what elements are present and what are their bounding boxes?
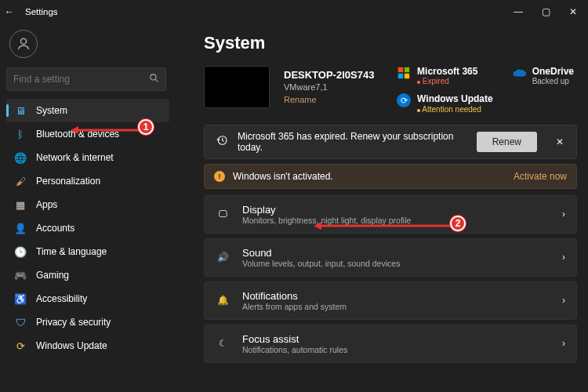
svg-line-2 xyxy=(155,79,158,82)
sidebar-item-personalization[interactable]: 🖌Personalization xyxy=(6,169,169,193)
sidebar-item-system[interactable]: 🖥System xyxy=(6,99,169,122)
rename-link[interactable]: Rename xyxy=(284,95,374,104)
banner-close-icon[interactable]: ✕ xyxy=(551,133,568,151)
nav-icon: ♿ xyxy=(14,293,27,305)
activation-banner: ! Windows isn't activated. Activate now xyxy=(204,164,577,189)
chevron-right-icon: › xyxy=(562,338,565,349)
sidebar-item-label: Time & language xyxy=(36,246,107,257)
sidebar-item-accessibility[interactable]: ♿Accessibility xyxy=(6,287,169,310)
sidebar-item-label: Bluetooth & devices xyxy=(36,129,119,140)
card-title: Focus assist xyxy=(242,333,347,345)
status-onedrive[interactable]: OneDrive Backed up xyxy=(512,66,574,85)
card-title: Sound xyxy=(242,247,400,259)
window-controls: — ▢ ✕ xyxy=(507,6,583,17)
nav-icon: 🖥 xyxy=(14,105,27,117)
sidebar-item-label: Privacy & security xyxy=(36,317,111,328)
status-sub: Attention needed xyxy=(417,105,493,114)
card-title: Notifications xyxy=(242,290,347,302)
status-grid: Microsoft 365 Expired OneDrive Backed up… xyxy=(397,66,577,114)
sidebar-item-time-language[interactable]: 🕒Time & language xyxy=(6,240,169,263)
sidebar-item-apps[interactable]: ▦Apps xyxy=(6,193,169,216)
back-icon[interactable]: ← xyxy=(5,6,14,17)
card-title: Display xyxy=(242,204,411,216)
nav-icon: 👤 xyxy=(14,223,27,234)
titlebar: ← Settings — ▢ ✕ xyxy=(0,0,588,24)
svg-rect-6 xyxy=(405,74,409,78)
nav-icon: 🛡 xyxy=(14,317,27,328)
chevron-right-icon: › xyxy=(562,252,565,263)
main-content: System DESKTOP-2I0S743 VMware7,1 Rename … xyxy=(174,24,588,392)
person-icon xyxy=(16,36,31,52)
nav-icon: 🕒 xyxy=(14,246,27,258)
card-icon: 🖵 xyxy=(216,209,230,220)
svg-rect-4 xyxy=(405,67,409,72)
m365-icon xyxy=(397,66,411,80)
search-input[interactable] xyxy=(6,67,166,91)
status-title: Microsoft 365 xyxy=(417,66,477,77)
sidebar-item-label: Network & internet xyxy=(36,152,114,163)
card-notifications[interactable]: 🔔NotificationsAlerts from apps and syste… xyxy=(204,281,577,320)
card-subtitle: Notifications, automatic rules xyxy=(242,345,347,354)
sidebar-item-label: Gaming xyxy=(36,270,69,281)
activate-now-link[interactable]: Activate now xyxy=(514,171,567,182)
card-subtitle: Monitors, brightness, night light, displ… xyxy=(242,216,411,225)
status-sub: Expired xyxy=(417,77,477,85)
svg-rect-5 xyxy=(398,74,403,78)
sidebar-item-privacy-security[interactable]: 🛡Privacy & security xyxy=(6,310,169,334)
nav-icon: 🎮 xyxy=(14,270,27,281)
status-m365[interactable]: Microsoft 365 Expired xyxy=(397,66,493,85)
sidebar-item-label: Windows Update xyxy=(36,340,107,351)
sidebar-item-gaming[interactable]: 🎮Gaming xyxy=(6,263,169,287)
card-icon: ☾ xyxy=(216,338,230,349)
nav-icon: 🌐 xyxy=(14,152,27,164)
avatar[interactable] xyxy=(9,30,38,58)
onedrive-icon xyxy=(512,66,526,80)
card-sound[interactable]: 🔊SoundVolume levels, output, input, soun… xyxy=(204,238,577,277)
device-name: DESKTOP-2I0S743 xyxy=(284,69,374,81)
chevron-right-icon: › xyxy=(562,209,565,220)
nav-icon: ⟳ xyxy=(14,340,27,352)
sidebar-item-label: Apps xyxy=(36,199,57,210)
device-hero: DESKTOP-2I0S743 VMware7,1 Rename Microso… xyxy=(204,66,577,114)
device-info: DESKTOP-2I0S743 VMware7,1 Rename xyxy=(284,66,374,114)
sidebar-item-label: Accounts xyxy=(36,223,74,234)
device-thumbnail xyxy=(204,66,270,108)
search-icon xyxy=(149,73,159,85)
status-windows-update[interactable]: ⟳ Windows Update Attention needed xyxy=(397,93,493,113)
card-icon: 🔊 xyxy=(216,252,230,263)
sidebar-item-accounts[interactable]: 👤Accounts xyxy=(6,216,169,240)
svg-point-0 xyxy=(21,38,27,44)
card-display[interactable]: 🖵DisplayMonitors, brightness, night ligh… xyxy=(204,195,577,234)
chevron-right-icon: › xyxy=(562,295,565,306)
card-icon: 🔔 xyxy=(216,295,230,306)
svg-rect-3 xyxy=(398,67,403,72)
activation-text: Windows isn't activated. xyxy=(233,171,333,182)
app-title: Settings xyxy=(25,7,58,16)
card-subtitle: Alerts from apps and system xyxy=(242,302,347,311)
warning-icon: ! xyxy=(214,171,225,182)
banner-text: Microsoft 365 has expired. Renew your su… xyxy=(238,131,467,153)
page-title: System xyxy=(204,33,577,53)
sidebar: 🖥SystemᛒBluetooth & devices🌐Network & in… xyxy=(0,24,174,392)
device-model: VMware7,1 xyxy=(284,82,374,92)
maximize-icon[interactable]: ▢ xyxy=(542,6,550,17)
minimize-icon[interactable]: — xyxy=(514,6,523,17)
nav-icon: 🖌 xyxy=(14,176,27,187)
history-icon xyxy=(216,134,228,149)
svg-point-1 xyxy=(151,74,156,80)
status-sub: Backed up xyxy=(532,77,574,85)
sidebar-item-windows-update[interactable]: ⟳Windows Update xyxy=(6,334,169,358)
sidebar-item-network-internet[interactable]: 🌐Network & internet xyxy=(6,146,169,169)
nav-icon: ▦ xyxy=(14,199,27,211)
search-field[interactable] xyxy=(13,74,139,85)
sidebar-item-label: Accessibility xyxy=(36,293,87,304)
m365-banner: Microsoft 365 has expired. Renew your su… xyxy=(204,125,577,159)
close-icon[interactable]: ✕ xyxy=(569,6,577,17)
sidebar-item-label: System xyxy=(36,105,67,116)
status-title: Windows Update xyxy=(417,93,493,104)
sidebar-item-label: Personalization xyxy=(36,176,100,187)
sidebar-item-bluetooth-devices[interactable]: ᛒBluetooth & devices xyxy=(6,122,169,146)
renew-button[interactable]: Renew xyxy=(477,132,537,152)
card-focus-assist[interactable]: ☾Focus assistNotifications, automatic ru… xyxy=(204,325,577,363)
nav-icon: ᛒ xyxy=(14,129,27,140)
